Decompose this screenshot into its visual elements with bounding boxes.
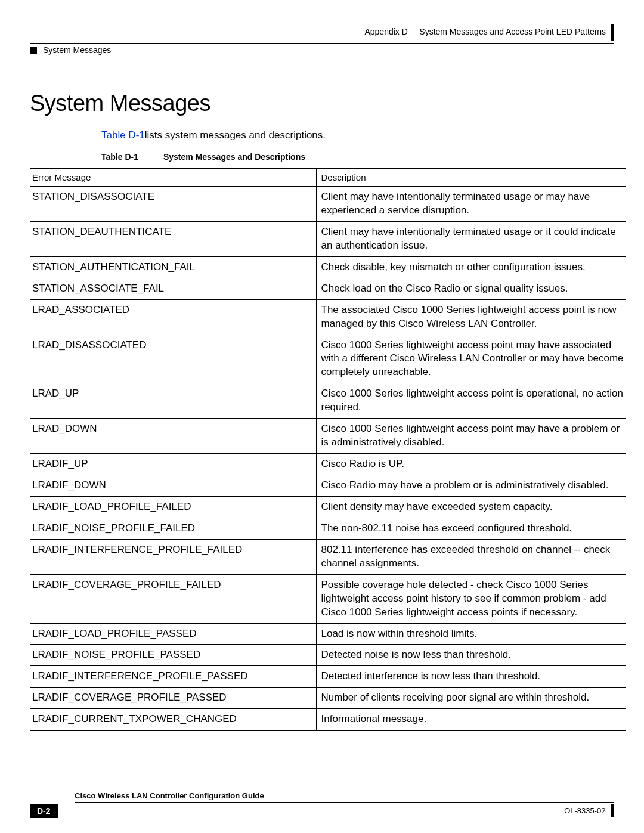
footer-bottom: D-2 OL-8335-02 [30, 804, 614, 818]
error-message-cell: LRADIF_INTERFERENCE_PROFILE_PASSED [30, 666, 316, 688]
page-title: System Messages [30, 91, 614, 116]
header-top: Appendix D System Messages and Access Po… [30, 24, 614, 41]
table-row: LRAD_DOWNCisco 1000 Series lightweight a… [30, 419, 626, 454]
table-row: STATION_DEAUTHENTICATEClient may have in… [30, 221, 626, 256]
description-cell: Cisco Radio may have a problem or is adm… [316, 475, 626, 497]
table-header-row: Error Message Description [30, 168, 626, 187]
description-cell: Detected interference is now less than t… [316, 666, 626, 688]
table-row: LRADIF_NOISE_PROFILE_PASSEDDetected nois… [30, 645, 626, 666]
error-message-cell: STATION_ASSOCIATE_FAIL [30, 278, 316, 299]
document-page: Appendix D System Messages and Access Po… [0, 0, 644, 833]
footer-right: OL-8335-02 [564, 804, 614, 817]
error-message-cell: LRADIF_COVERAGE_PROFILE_FAILED [30, 574, 316, 623]
description-cell: Client may have intentionally terminated… [316, 221, 626, 256]
description-cell: Possible coverage hole detected - check … [316, 574, 626, 623]
header-error: Error Message [30, 168, 316, 187]
description-cell: Detected noise is now less than threshol… [316, 645, 626, 666]
page-number: D-2 [30, 804, 58, 818]
error-message-cell: LRAD_DISASSOCIATED [30, 335, 316, 383]
description-cell: Cisco 1000 Series lightweight access poi… [316, 335, 626, 383]
header-right-text: Appendix D System Messages and Access Po… [364, 24, 614, 41]
description-cell: Number of clients receiving poor signal … [316, 688, 626, 709]
table-row: STATION_AUTHENTICATION_FAILCheck disable… [30, 256, 626, 278]
appendix-label: Appendix D [364, 27, 407, 36]
table-row: LRADIF_INTERFERENCE_PROFILE_FAILED802.11… [30, 539, 626, 574]
table-row: LRADIF_COVERAGE_PROFILE_FAILEDPossible c… [30, 574, 626, 623]
table-row: LRADIF_INTERFERENCE_PROFILE_PASSEDDetect… [30, 666, 626, 688]
error-message-cell: LRADIF_CURRENT_TXPOWER_CHANGED [30, 709, 316, 730]
header-divider [30, 43, 614, 44]
table-row: LRADIF_COVERAGE_PROFILE_PASSEDNumber of … [30, 688, 626, 709]
description-cell: Check disable, key mismatch or other con… [316, 256, 626, 278]
error-message-cell: LRADIF_UP [30, 454, 316, 475]
description-cell: The associated Cisco 1000 Series lightwe… [316, 299, 626, 335]
table-row: LRADIF_DOWNCisco Radio may have a proble… [30, 475, 626, 497]
description-cell: Cisco Radio is UP. [316, 454, 626, 475]
description-cell: Client may have intentionally terminated… [316, 187, 626, 222]
header-description: Description [316, 168, 626, 187]
table-row: LRADIF_CURRENT_TXPOWER_CHANGEDInformatio… [30, 709, 626, 730]
error-message-cell: LRADIF_NOISE_PROFILE_PASSED [30, 645, 316, 666]
doc-id: OL-8335-02 [564, 806, 605, 815]
table-row: LRADIF_NOISE_PROFILE_FAILEDThe non-802.1… [30, 518, 626, 539]
intro-text: Table D-1lists system messages and descr… [101, 129, 614, 141]
header-marker-icon [611, 24, 614, 41]
table-row: LRAD_DISASSOCIATEDCisco 1000 Series ligh… [30, 335, 626, 383]
section-label: System Messages [43, 45, 111, 55]
description-cell: Client density may have exceeded system … [316, 496, 626, 518]
error-message-cell: LRADIF_LOAD_PROFILE_FAILED [30, 496, 316, 518]
section-marker-icon [30, 47, 37, 54]
description-cell: Informational message. [316, 709, 626, 730]
table-ref-link[interactable]: Table D-1 [101, 129, 145, 141]
header-bottom: System Messages [30, 45, 614, 55]
table-row: LRAD_UPCisco 1000 Series lightweight acc… [30, 383, 626, 419]
description-cell: Check load on the Cisco Radio or signal … [316, 278, 626, 299]
description-cell: Load is now within threshold limits. [316, 623, 626, 645]
error-message-cell: LRADIF_LOAD_PROFILE_PASSED [30, 623, 316, 645]
error-message-cell: LRAD_ASSOCIATED [30, 299, 316, 335]
error-message-cell: LRADIF_COVERAGE_PROFILE_PASSED [30, 688, 316, 709]
description-cell: 802.11 interference has exceeded thresho… [316, 539, 626, 574]
table-row: LRADIF_LOAD_PROFILE_FAILEDClient density… [30, 496, 626, 518]
description-cell: Cisco 1000 Series lightweight access poi… [316, 383, 626, 419]
error-message-cell: LRAD_UP [30, 383, 316, 419]
error-message-cell: STATION_AUTHENTICATION_FAIL [30, 256, 316, 278]
page-footer: Cisco Wireless LAN Controller Configurat… [30, 791, 614, 818]
error-message-cell: LRADIF_DOWN [30, 475, 316, 497]
error-message-cell: LRAD_DOWN [30, 419, 316, 454]
table-row: STATION_DISASSOCIATEClient may have inte… [30, 187, 626, 222]
error-message-cell: LRADIF_NOISE_PROFILE_FAILED [30, 518, 316, 539]
footer-guide-title: Cisco Wireless LAN Controller Configurat… [75, 791, 614, 803]
intro-suffix: lists system messages and descriptions. [145, 129, 326, 141]
error-message-cell: STATION_DEAUTHENTICATE [30, 221, 316, 256]
table-row: STATION_ASSOCIATE_FAILCheck load on the … [30, 278, 626, 299]
error-message-cell: LRADIF_INTERFERENCE_PROFILE_FAILED [30, 539, 316, 574]
table-caption-label: Table D-1 [101, 152, 161, 162]
table-row: LRADIF_UPCisco Radio is UP. [30, 454, 626, 475]
table-caption-title: System Messages and Descriptions [163, 152, 305, 162]
messages-table: Error Message Description STATION_DISASS… [30, 168, 626, 731]
table-row: LRAD_ASSOCIATEDThe associated Cisco 1000… [30, 299, 626, 335]
footer-marker-icon [611, 804, 614, 817]
appendix-title: System Messages and Access Point LED Pat… [419, 27, 606, 36]
description-cell: Cisco 1000 Series lightweight access poi… [316, 419, 626, 454]
table-caption: Table D-1 System Messages and Descriptio… [101, 152, 614, 162]
table-row: LRADIF_LOAD_PROFILE_PASSEDLoad is now wi… [30, 623, 626, 645]
error-message-cell: STATION_DISASSOCIATE [30, 187, 316, 222]
description-cell: The non-802.11 noise has exceed configur… [316, 518, 626, 539]
